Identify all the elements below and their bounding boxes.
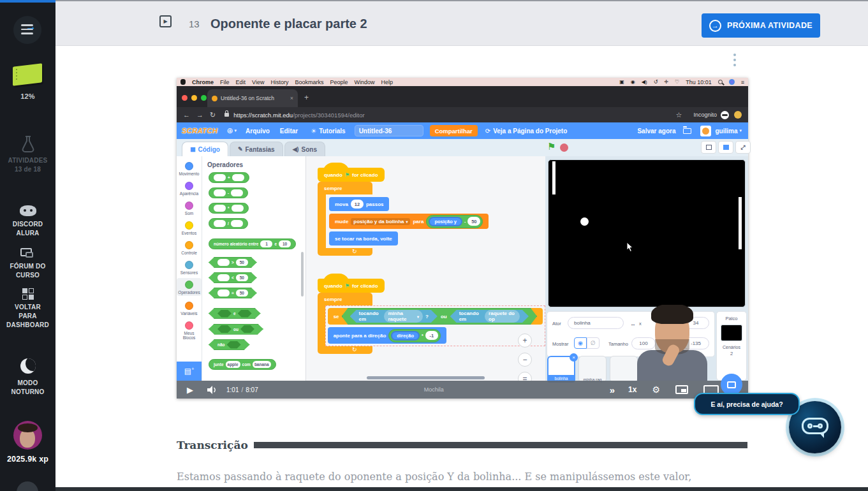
course-icon[interactable] [13,65,42,84]
mac-menu-people[interactable]: People [330,79,348,85]
mac-menu-chrome[interactable]: Chrome [192,79,214,85]
ball-sprite[interactable] [580,217,589,226]
move-value[interactable]: 12 [351,200,364,209]
script-area[interactable]: quando⚑for clicado sempre mova12passos m… [306,156,545,381]
stage[interactable] [548,159,746,307]
play-button[interactable]: ▶ [187,385,193,395]
stop-icon[interactable] [560,143,568,152]
add-extension-button[interactable]: ▤+ [177,362,202,381]
block-subtract[interactable]: - [209,187,248,198]
sprite-card-2[interactable]: minha raq [578,356,607,383]
username-label[interactable]: guilima [715,128,737,135]
help-chat-bubble[interactable]: E aí, precisa de ajuda? [694,393,800,415]
or-condition[interactable]: tocando emminha raquete▾? ou tocando emr… [342,308,537,325]
mac-menu-help[interactable]: Help [381,79,393,85]
mac-menu-bookmarks[interactable]: Bookmarks [295,79,323,85]
block-less-than[interactable]: <50 [209,272,257,283]
small-stage-button[interactable] [701,141,716,154]
block-greater-than[interactable]: >50 [209,257,257,268]
random-v1[interactable]: 1 [260,240,272,247]
multiply-operator[interactable]: direção*-1 [388,329,440,342]
forever-block-2[interactable]: sempre se tocando emminha raquete▾? ou t… [318,293,545,354]
if-block[interactable]: se tocando emminha raquete▾? ou tocando … [328,308,543,325]
bottom-partial-button[interactable] [17,481,38,491]
right-paddle-sprite[interactable] [739,197,742,249]
category-control[interactable]: Controle [177,238,202,255]
touching-block-1[interactable]: tocando emminha raquete▾? [350,310,438,323]
menu-bar-clock[interactable]: Thu 10:01 [686,79,712,85]
scratch-menu-tutorials[interactable]: Tutorials [319,128,345,135]
mac-menu-file[interactable]: File [220,79,230,85]
block-multiply[interactable]: * [209,203,249,214]
project-name-input[interactable] [355,125,423,136]
mac-menu-window[interactable]: Window [354,79,374,85]
stage-thumbnail[interactable] [721,325,742,341]
block-add[interactable]: + [209,172,249,183]
eq-value[interactable]: 50 [236,289,248,297]
scratch-logo[interactable]: SCRATCH [182,127,217,135]
mac-menu-view[interactable]: View [252,79,264,85]
new-tab-icon[interactable]: + [304,93,309,102]
offset-value[interactable]: 50 [467,217,480,226]
variable-dropdown[interactable]: posição y da bolinha▾ [351,218,410,225]
category-myblocks[interactable]: Meus Blocos [177,319,202,341]
sprite-card-3[interactable] [610,356,638,383]
touching1-dropdown[interactable]: minha raquete▾ [384,310,423,323]
skip-forward-button[interactable]: » [610,385,613,395]
sprite-card-selected[interactable]: × bolinha [547,356,575,383]
url-path[interactable]: /projects/303401594/editor [293,112,365,119]
bounce-block[interactable]: se tocar na borda, volte [329,231,398,246]
pip-icon[interactable] [675,385,688,394]
normal-stage-button[interactable] [718,141,733,154]
notification-list-icon[interactable]: ≡ [741,79,744,85]
touching-block-2[interactable]: tocando emraquete do op [450,310,529,323]
browser-tab[interactable]: Untitled-36 on Scratch × [207,89,298,107]
volume-icon[interactable] [207,386,217,394]
fullscreen-stage-button[interactable]: ⤢ [735,141,751,154]
scratch-menu-file[interactable]: Arquivo [246,128,270,135]
tab-close-icon[interactable]: × [290,95,293,101]
negative-one-value[interactable]: -1 [425,331,438,340]
save-now-link[interactable]: Salvar agora [637,128,675,135]
touching2-dropdown[interactable]: raquete do op [485,310,520,323]
delete-sprite-icon[interactable]: × [570,353,578,362]
direction-reporter[interactable]: direção [391,331,420,341]
category-sound[interactable]: Som [177,199,202,216]
minimize-window-icon[interactable] [191,95,197,101]
join-v2[interactable]: banana [253,361,271,368]
actor-name-input[interactable] [568,317,624,329]
category-operators[interactable]: Operadores [177,278,202,296]
block-join[interactable]: junteapplecombanana [209,359,276,370]
add-backdrop-button[interactable] [721,374,742,395]
profile-avatar[interactable] [734,111,742,119]
zoom-window-icon[interactable] [201,95,207,101]
category-variables[interactable]: Variáveis [177,299,202,316]
scratch-menu-edit[interactable]: Editar [280,128,298,135]
forward-icon[interactable]: → [196,111,203,119]
horizontal-scrollbar[interactable] [367,376,485,379]
user-avatar[interactable] [700,126,711,136]
when-flag-clicked-block[interactable]: quando⚑for clicado [318,168,385,182]
reload-icon[interactable]: ↻ [210,111,216,119]
sidebar-item-forum[interactable]: FÓRUM DO CURSO [0,248,55,280]
share-button[interactable]: Compartilhar [430,125,478,136]
show-visible-toggle[interactable]: ◉ [574,337,587,349]
heart-icon[interactable]: ♡ [675,79,679,85]
user-dropdown-icon[interactable]: ▾ [739,128,742,133]
back-icon[interactable]: ← [183,111,190,119]
clock-icon[interactable]: ↺ [654,79,658,85]
position-y-reporter[interactable]: posição y [429,217,462,226]
zoom-out-button[interactable]: − [518,353,532,367]
category-events[interactable]: Eventos [177,219,202,235]
settings-gear-icon[interactable]: ⚙ [652,385,660,395]
tab-costumes[interactable]: ✎Fantasias [230,142,283,156]
script-1[interactable]: quando⚑for clicado sempre mova12passos m… [318,161,489,256]
project-page-link[interactable]: Veja a Página do Projeto [493,128,567,135]
random-v2[interactable]: 10 [279,240,291,247]
gt-value[interactable]: 50 [236,259,248,266]
video-options-kebab[interactable] [733,54,736,66]
script-2[interactable]: quando⚑for clicado sempre se tocando emm… [318,272,545,354]
apple-logo-icon[interactable] [180,79,186,85]
subtract-operator[interactable]: posição y-50 [426,215,483,228]
screen-record-icon[interactable]: ▣ [619,79,624,85]
